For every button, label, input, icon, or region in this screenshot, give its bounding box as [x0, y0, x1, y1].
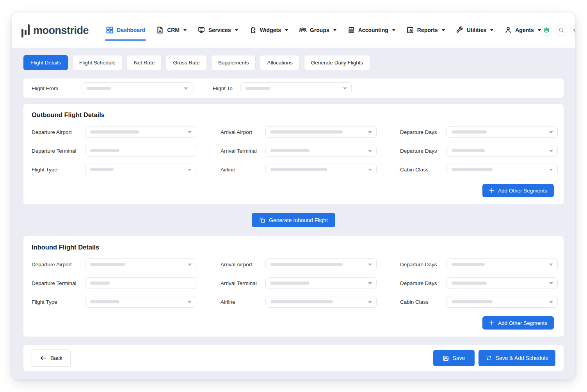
placeholder-bar: [452, 168, 493, 171]
nav-item-utilities[interactable]: Utilities: [456, 12, 494, 48]
inbound-panel: Inbound Flight Details Departure Airport…: [23, 236, 564, 337]
placeholder-bar: [90, 130, 139, 134]
outbound-airline-select[interactable]: [265, 164, 377, 175]
back-button[interactable]: Back: [32, 349, 71, 367]
openai-assistant-button[interactable]: [541, 25, 552, 36]
outbound-flight-type-select[interactable]: [85, 164, 196, 175]
outbound-cabin-class-select[interactable]: [446, 164, 558, 175]
inbound-departure-airport-select[interactable]: [85, 258, 196, 270]
person-icon: [504, 26, 512, 34]
tab-allocations[interactable]: Allocations: [260, 55, 299, 70]
inbound-cabin-class-select[interactable]: [446, 296, 558, 308]
inbound-arrival-terminal-select[interactable]: [265, 277, 377, 289]
flight-to-select[interactable]: [240, 82, 352, 94]
nav-label: Agents: [515, 27, 534, 33]
tab-generate-daily-flights[interactable]: Generate Daily Flights: [304, 55, 370, 70]
brand-logo[interactable]: moonstride: [21, 24, 89, 36]
inbound-departure-days-select[interactable]: [446, 258, 558, 270]
nav-item-groups[interactable]: Groups: [299, 12, 336, 48]
chevron-down-icon: [549, 150, 553, 152]
chevron-down-icon: [368, 282, 372, 285]
nav-item-accounting[interactable]: Accounting: [347, 12, 395, 48]
field-label: Departure Terminal: [32, 280, 85, 286]
outbound-arrival-airport-select[interactable]: [265, 126, 377, 138]
outbound-arrival-terminal-select[interactable]: [265, 145, 377, 157]
inbound-arrival-airport-select[interactable]: [265, 258, 377, 270]
search-button[interactable]: [556, 25, 567, 36]
copy-icon: [259, 217, 265, 223]
chevron-down-icon: [343, 87, 347, 90]
wrench-icon: [456, 26, 464, 34]
chevron-down-icon: [183, 29, 187, 31]
inbound-flight-type-select[interactable]: [85, 296, 196, 308]
flight-from-select[interactable]: [82, 82, 192, 94]
placeholder-bar: [270, 130, 343, 134]
nav-item-widgets[interactable]: Widgets: [249, 12, 288, 48]
chevron-down-icon: [549, 169, 553, 171]
placeholder-bar: [90, 282, 110, 285]
chevron-down-icon: [188, 301, 192, 303]
inbound-departure-terminal-input[interactable]: [85, 277, 196, 289]
button-label: Add Other Segments: [498, 188, 547, 194]
outbound-departure-days-2-select[interactable]: [446, 145, 558, 157]
nav-item-crm[interactable]: CRM: [156, 12, 187, 48]
nav-label: Utilities: [467, 27, 487, 33]
placeholder-bar: [452, 263, 485, 266]
button-label: Back: [50, 355, 62, 361]
placeholder-bar: [270, 263, 343, 266]
placeholder-bar: [270, 149, 310, 152]
tab-supplements[interactable]: Supplements: [211, 55, 256, 70]
chevron-down-icon: [235, 29, 238, 31]
placeholder-bar: [90, 168, 114, 171]
plus-icon: [489, 188, 495, 193]
nav-item-reports[interactable]: Reports: [406, 12, 445, 48]
tab-gross-rate[interactable]: Gross Rate: [166, 55, 206, 70]
favorites-button[interactable]: [571, 25, 575, 36]
chevron-down-icon: [188, 131, 192, 134]
nav-item-services[interactable]: Services: [197, 12, 238, 48]
save-and-add-schedule-button[interactable]: Save & Add Schedule: [478, 350, 555, 366]
inbound-departure-days-2-select[interactable]: [446, 277, 558, 289]
field-label: Departure Days: [377, 280, 446, 286]
tab-flight-schedule[interactable]: Flight Schedule: [72, 55, 123, 70]
openai-icon: [543, 27, 550, 33]
inbound-airline-select[interactable]: [265, 296, 377, 308]
tab-flight-details[interactable]: Flight Details: [23, 55, 68, 70]
document-icon: [156, 26, 164, 34]
nav-item-agents[interactable]: Agents: [504, 12, 541, 48]
people-icon: [299, 26, 307, 34]
field-label: Cabin Class: [377, 299, 446, 305]
save-button[interactable]: Save: [433, 350, 475, 366]
field-label: Departure Airport: [32, 129, 85, 135]
puzzle-icon: [249, 26, 257, 34]
inbound-add-other-segments-button[interactable]: Add Other Segments: [482, 316, 554, 330]
field-label: Arrival Terminal: [196, 280, 265, 286]
outbound-departure-terminal-input[interactable]: [85, 145, 196, 157]
chevron-down-icon: [442, 29, 445, 31]
field-label: Flight Type: [32, 167, 85, 173]
nav-label: Reports: [417, 27, 438, 33]
chevron-down-icon: [538, 29, 541, 31]
placeholder-bar: [90, 263, 125, 266]
tab-net-rate[interactable]: Net Rate: [127, 55, 162, 70]
placeholder-bar: [452, 282, 487, 285]
nav-item-dashboard[interactable]: Dashboard: [106, 12, 145, 48]
placeholder-bar: [270, 282, 310, 285]
flight-to-label: Flight To: [213, 86, 240, 91]
search-icon: [558, 27, 564, 33]
save-icon: [443, 355, 449, 362]
field-label: Airline: [196, 299, 265, 305]
chevron-down-icon: [188, 264, 192, 266]
outbound-departure-days-select[interactable]: [446, 126, 558, 138]
chevron-down-icon: [188, 169, 192, 171]
plus-icon: [489, 320, 495, 326]
chevron-down-icon: [549, 264, 553, 266]
outbound-departure-airport-select[interactable]: [85, 126, 196, 138]
placeholder-bar: [270, 168, 327, 171]
outbound-add-other-segments-button[interactable]: Add Other Segments: [482, 184, 554, 197]
field-label: Cabin Class: [377, 167, 446, 173]
swap-arrows-icon: [486, 355, 492, 361]
generate-inbound-flight-button[interactable]: Generate Inbound Flight: [252, 213, 335, 227]
field-label: Arrival Airport: [196, 129, 265, 135]
chevron-down-icon: [549, 282, 553, 285]
